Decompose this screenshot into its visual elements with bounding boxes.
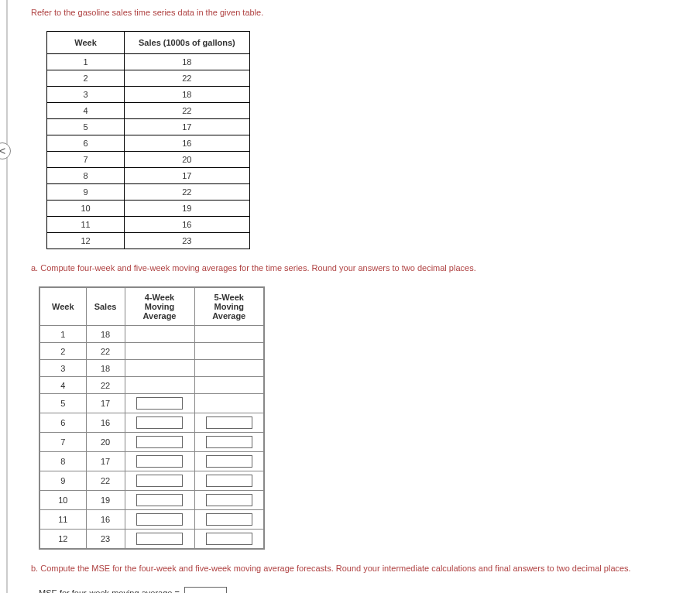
sales-data-table: Week Sales (1000s of gallons) 1182223184… <box>46 31 250 249</box>
ma4-cell <box>125 433 194 452</box>
ma4-cell <box>125 530 194 550</box>
ma4-cell <box>125 452 194 471</box>
sales-cell: 17 <box>125 168 250 184</box>
sales-cell: 20 <box>86 433 125 452</box>
mse-four-label: MSE for four-week moving average = <box>39 588 180 593</box>
ma5-cell <box>194 452 264 471</box>
table-row: 720 <box>47 152 250 168</box>
ma4-cell <box>125 394 194 413</box>
ma4-input[interactable] <box>136 397 183 410</box>
ma4-cell <box>125 491 194 510</box>
sales-cell: 16 <box>86 510 125 530</box>
ma5-cell <box>194 510 264 530</box>
sales-cell: 18 <box>86 360 125 377</box>
table-row: 118 <box>47 54 250 70</box>
ma5-input[interactable] <box>206 533 252 545</box>
ma5-input[interactable] <box>206 494 252 506</box>
sales-cell: 16 <box>86 413 125 433</box>
table-row: 318 <box>39 360 264 377</box>
week-cell: 5 <box>47 119 125 135</box>
sales-cell: 16 <box>125 217 250 233</box>
sales-cell: 17 <box>86 394 125 413</box>
table-row: 1116 <box>47 217 250 233</box>
table-row: 922 <box>39 471 264 491</box>
sales-cell: 20 <box>125 152 250 168</box>
ma4-input[interactable] <box>136 475 183 487</box>
week-cell: 9 <box>47 184 125 201</box>
ma5-cell <box>194 326 264 343</box>
sales-cell: 22 <box>125 70 250 87</box>
table-row: 616 <box>47 135 250 152</box>
table-row: 720 <box>39 433 264 452</box>
ma5-cell <box>194 530 264 550</box>
sales-cell: 17 <box>86 452 125 471</box>
sales-cell: 22 <box>86 343 125 360</box>
week-cell: 11 <box>39 510 86 530</box>
table-row: 222 <box>47 70 250 87</box>
week-cell: 3 <box>47 87 125 103</box>
ma4-cell <box>125 343 194 360</box>
table-row: 1019 <box>47 201 250 217</box>
ma4-cell <box>125 360 194 377</box>
header-ma5: 5-Week Moving Average <box>194 287 264 326</box>
part-a-text: a. Compute four-week and five-week movin… <box>31 263 677 273</box>
sales-cell: 18 <box>125 87 250 103</box>
ma5-cell <box>194 377 264 394</box>
week-cell: 10 <box>47 201 125 217</box>
ma4-input[interactable] <box>136 455 183 468</box>
week-cell: 8 <box>47 168 125 184</box>
moving-average-table: Week Sales 4-Week Moving Average 5-Week … <box>39 286 265 550</box>
header-sales-2: Sales <box>86 287 125 326</box>
week-cell: 7 <box>47 152 125 168</box>
week-cell: 11 <box>47 217 125 233</box>
week-cell: 1 <box>39 326 86 343</box>
table-row: 922 <box>47 184 250 201</box>
header-ma4: 4-Week Moving Average <box>125 287 194 326</box>
ma4-input[interactable] <box>136 436 183 448</box>
week-cell: 12 <box>47 233 125 249</box>
week-cell: 10 <box>39 491 86 510</box>
week-cell: 6 <box>39 413 86 433</box>
ma4-cell <box>125 413 194 433</box>
sales-cell: 22 <box>86 377 125 394</box>
week-cell: 12 <box>39 530 86 550</box>
week-cell: 4 <box>47 103 125 119</box>
ma4-input[interactable] <box>136 416 183 429</box>
week-cell: 4 <box>39 377 86 394</box>
ma5-input[interactable] <box>206 455 252 468</box>
table-row: 422 <box>39 377 264 394</box>
table-row: 517 <box>39 394 264 413</box>
intro-text: Refer to the gasoline sales time series … <box>31 8 677 17</box>
ma4-input[interactable] <box>136 533 183 545</box>
ma4-cell <box>125 471 194 491</box>
table-row: 222 <box>39 343 264 360</box>
week-cell: 5 <box>39 394 86 413</box>
sales-cell: 22 <box>125 103 250 119</box>
sales-cell: 23 <box>86 530 125 550</box>
week-cell: 1 <box>47 54 125 70</box>
ma5-cell <box>194 471 264 491</box>
ma4-input[interactable] <box>136 494 183 506</box>
sales-cell: 23 <box>125 233 250 249</box>
week-cell: 7 <box>39 433 86 452</box>
ma5-cell <box>194 394 264 413</box>
table-row: 1116 <box>39 510 264 530</box>
ma5-input[interactable] <box>206 436 252 448</box>
sales-cell: 19 <box>125 201 250 217</box>
ma5-cell <box>194 491 264 510</box>
table-row: 118 <box>39 326 264 343</box>
ma5-input[interactable] <box>206 475 252 487</box>
sales-cell: 22 <box>125 184 250 201</box>
week-cell: 6 <box>47 135 125 152</box>
ma5-input[interactable] <box>206 416 252 429</box>
ma4-cell <box>125 377 194 394</box>
ma5-input[interactable] <box>206 513 252 526</box>
mse-four-input[interactable] <box>184 587 227 593</box>
ma4-input[interactable] <box>136 513 183 526</box>
part-b-text: b. Compute the MSE for the four-week and… <box>31 564 677 573</box>
table-row: 817 <box>47 168 250 184</box>
table-row: 1223 <box>47 233 250 249</box>
sales-cell: 17 <box>125 119 250 135</box>
table-row: 318 <box>47 87 250 103</box>
table-row: 1019 <box>39 491 264 510</box>
